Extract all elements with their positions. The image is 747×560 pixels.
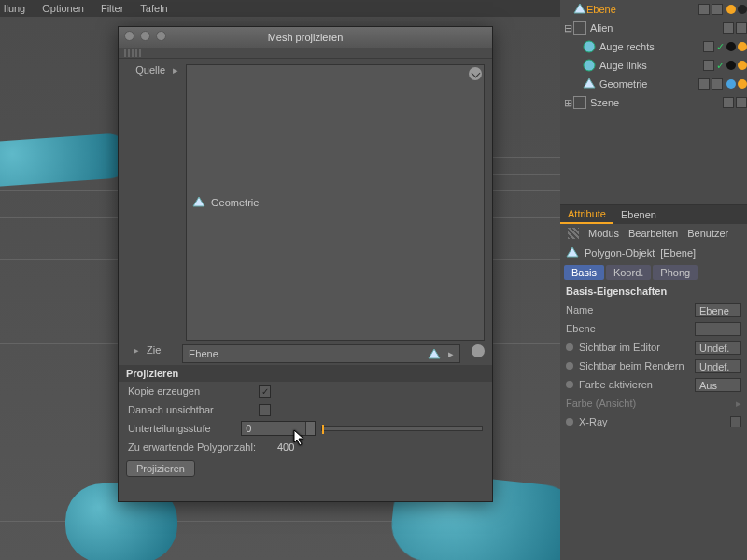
tab-layers[interactable]: Ebenen xyxy=(613,206,664,223)
polycount-value: 400 xyxy=(277,441,294,453)
tree-row[interactable]: ⊞ Szene xyxy=(560,93,747,112)
polygon-icon xyxy=(428,348,441,361)
attribute-subtabs: Basis Koord. Phong xyxy=(560,263,747,282)
expander-icon[interactable]: ⊟ xyxy=(564,22,573,35)
chevron-right-icon[interactable]: ▸ xyxy=(448,348,454,360)
target-value: Ebene xyxy=(189,348,218,359)
picker-icon[interactable] xyxy=(472,344,485,357)
subtab-phong[interactable]: Phong xyxy=(653,265,698,280)
visibility-toggle[interactable] xyxy=(736,22,747,34)
tree-row[interactable]: Auge links ✓ xyxy=(560,56,747,75)
svg-marker-5 xyxy=(193,197,204,206)
object-manager: Ebene ⊟ Alien Auge rechts ✓ Auge links ✓ xyxy=(560,0,747,205)
expander-icon[interactable]: ⊞ xyxy=(564,97,573,109)
prop-subdivision: Unterteilungsstufe 0 xyxy=(119,419,492,438)
project-button[interactable]: Projizieren xyxy=(126,460,195,477)
visibility-toggle[interactable] xyxy=(723,97,734,108)
menu-item[interactable]: Tafeln xyxy=(140,3,167,14)
tag-icon[interactable] xyxy=(726,42,736,51)
object-name: Auge rechts xyxy=(599,41,703,52)
prop-copy: Kopie erzeugen xyxy=(119,382,492,400)
radio-icon xyxy=(566,418,573,426)
prop-visibility-render: Sichtbar beim Rendern Undef. xyxy=(560,357,747,375)
object-type-row: Polygon-Objekt [Ebene] xyxy=(560,243,747,263)
zoom-icon[interactable] xyxy=(156,31,166,41)
section-header: Projizieren xyxy=(119,365,492,382)
color-enable-select[interactable]: Aus xyxy=(695,378,741,392)
visibility-toggle[interactable] xyxy=(723,22,734,34)
tag-icon[interactable] xyxy=(726,5,736,14)
check-icon: ✓ xyxy=(716,41,725,53)
gripper[interactable] xyxy=(119,48,492,59)
chevron-right-icon[interactable]: ▸ xyxy=(736,398,741,410)
attribute-menu: Modus Bearbeiten Benutzer xyxy=(560,224,747,243)
polygon-icon xyxy=(583,77,596,91)
chevron-right-icon[interactable]: ▸ xyxy=(173,64,178,77)
section-title: Basis-Eigenschaften xyxy=(560,282,747,301)
source-dropzone[interactable]: Geometrie xyxy=(186,64,485,341)
tag-icon[interactable] xyxy=(726,61,736,70)
source-value: Geometrie xyxy=(211,197,259,208)
subtab-coord[interactable]: Koord. xyxy=(606,265,651,280)
xray-checkbox[interactable] xyxy=(730,416,741,427)
check-icon: ✓ xyxy=(716,60,725,72)
menu-item[interactable]: Filter xyxy=(101,3,123,14)
menu-item[interactable]: Benutzer xyxy=(687,228,728,239)
prop-hide-after: Danach unsichtbar xyxy=(119,400,492,419)
tab-attribute[interactable]: Attribute xyxy=(560,205,613,224)
sphere-icon xyxy=(583,40,596,53)
visibility-toggle[interactable] xyxy=(703,41,714,52)
target-label: Ziel xyxy=(147,344,175,356)
object-name-label: [Ebene] xyxy=(660,247,696,259)
visibility-render-select[interactable]: Undef. xyxy=(695,359,741,373)
prop-visibility-editor: Sichtbar im Editor Undef. xyxy=(560,338,747,357)
target-dropzone[interactable]: Ebene ▸ xyxy=(182,344,460,363)
visibility-editor-select[interactable]: Undef. xyxy=(695,341,741,355)
menu-item[interactable]: Bearbeiten xyxy=(628,228,678,239)
visibility-toggle[interactable] xyxy=(736,97,747,108)
picker-icon[interactable] xyxy=(469,67,482,80)
object-name: Ebene xyxy=(586,4,698,15)
dialog-title: Mesh projizieren xyxy=(268,32,344,43)
subtab-basis[interactable]: Basis xyxy=(564,265,604,280)
tag-icon[interactable] xyxy=(738,42,747,51)
layer-field[interactable] xyxy=(695,322,741,336)
stepper-icon[interactable] xyxy=(305,422,315,435)
copy-checkbox[interactable] xyxy=(259,385,271,398)
object-name: Szene xyxy=(590,97,723,108)
object-name: Alien xyxy=(590,22,723,34)
svg-point-1 xyxy=(584,41,595,52)
tag-icon[interactable] xyxy=(738,79,747,89)
chevron-right-icon[interactable]: ▸ xyxy=(134,344,139,357)
svg-marker-6 xyxy=(429,349,440,358)
tag-icon[interactable] xyxy=(726,79,736,89)
tree-row[interactable]: Ebene xyxy=(560,0,747,19)
titlebar[interactable]: Mesh projizieren xyxy=(119,27,492,48)
object-name: Geometrie xyxy=(599,78,698,90)
name-field[interactable]: Ebene xyxy=(695,303,741,317)
subdivision-field[interactable]: 0 xyxy=(241,421,315,436)
minimize-icon[interactable] xyxy=(140,31,150,41)
tree-row[interactable]: Auge rechts ✓ xyxy=(560,37,747,56)
visibility-toggle[interactable] xyxy=(703,60,714,71)
polygon-icon xyxy=(573,3,586,16)
svg-point-2 xyxy=(584,60,595,71)
prop-color-enable: Farbe aktivieren Aus xyxy=(560,375,747,394)
grip-icon[interactable] xyxy=(568,228,579,239)
close-icon[interactable] xyxy=(124,31,134,41)
menu-item[interactable]: llung xyxy=(4,3,25,14)
hide-checkbox[interactable] xyxy=(259,404,271,416)
target-row: ▸ Ziel Ebene ▸ xyxy=(119,343,492,365)
visibility-toggle[interactable] xyxy=(698,4,710,15)
menu-item[interactable]: Optionen xyxy=(42,3,84,14)
visibility-toggle[interactable] xyxy=(712,4,723,15)
menu-item[interactable]: Modus xyxy=(588,228,619,239)
tag-icon[interactable] xyxy=(738,61,747,70)
tree-row[interactable]: ⊟ Alien xyxy=(560,19,747,37)
visibility-toggle[interactable] xyxy=(698,78,710,90)
subdivision-slider[interactable] xyxy=(321,426,483,431)
tree-row[interactable]: Geometrie xyxy=(560,75,747,93)
prop-name: Name Ebene xyxy=(560,301,747,319)
visibility-toggle[interactable] xyxy=(712,78,723,90)
tag-icon[interactable] xyxy=(738,5,747,14)
